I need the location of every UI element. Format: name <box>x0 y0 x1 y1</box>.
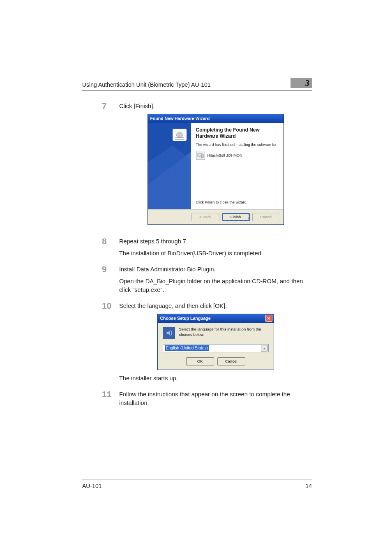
selected-language: English (United States) <box>165 345 209 351</box>
step-text: Repeat steps 5 through 7. <box>119 237 312 246</box>
dialog-prompt: Select the language for this installatio… <box>179 327 269 337</box>
chapter-badge: 3 <box>291 78 312 88</box>
back-button[interactable]: < Back <box>191 213 219 221</box>
step-number: 10 <box>102 301 111 310</box>
language-dialog-screenshot: Choose Setup Language ✕ <box>157 314 274 370</box>
finish-button[interactable]: Finish <box>222 213 250 221</box>
wizard-close-hint: Click Finish to close the wizard. <box>196 200 279 205</box>
wizard-heading: Completing the Found New Hardware Wizard <box>196 127 279 139</box>
step-9: 9 Install Data Administrator Bio Plugin.… <box>82 265 312 298</box>
wizard-subtext: The wizard has finished installing the s… <box>196 142 279 148</box>
hardware-wizard-screenshot: Found New Hardware Wizard <box>148 114 284 225</box>
footer-right: 14 <box>305 483 312 489</box>
step-11: 11 Follow the instructions that appear o… <box>82 390 312 411</box>
wizard-titlebar: Found New Hardware Wizard <box>148 114 284 123</box>
wizard-banner-image <box>148 123 191 209</box>
footer-left: AU-101 <box>82 483 101 489</box>
cancel-button[interactable]: Cancel <box>217 357 245 365</box>
running-title: Using Authentication Unit (Biometric Typ… <box>82 81 211 88</box>
step-7: 7 Click [Finish]. Found New Hardware Wiz… <box>82 102 312 233</box>
chevron-down-icon[interactable]: ▾ <box>261 345 267 352</box>
page-footer: AU-101 14 <box>82 479 312 489</box>
setup-icon <box>163 327 175 339</box>
step-number: 11 <box>102 389 111 399</box>
close-icon[interactable]: ✕ <box>265 315 272 322</box>
svg-rect-5 <box>201 155 203 158</box>
wizard-device-row: HitachiSoft JOHMON <box>196 151 279 160</box>
step-text: Click [Finish]. <box>119 102 312 111</box>
device-icon <box>196 151 205 160</box>
language-select[interactable]: English (United States) ▾ <box>163 344 269 352</box>
dialog-titlebar: Choose Setup Language ✕ <box>158 314 274 323</box>
step-number: 7 <box>102 101 107 111</box>
step-text: The installer starts up. <box>119 374 312 383</box>
steps-list: 7 Click [Finish]. Found New Hardware Wiz… <box>82 102 312 411</box>
wizard-button-row: < Back Finish Cancel <box>148 209 284 224</box>
page-header: Using Authentication Unit (Biometric Typ… <box>82 78 312 90</box>
step-text: Open the DA_Bio_Plugin folder on the app… <box>119 277 312 294</box>
ok-button[interactable]: OK <box>186 357 214 365</box>
step-8: 8 Repeat steps 5 through 7. The installa… <box>82 237 312 261</box>
step-number: 9 <box>102 264 107 274</box>
dialog-button-row: OK Cancel <box>163 357 269 365</box>
cancel-button[interactable]: Cancel <box>252 213 280 221</box>
step-text: Install Data Administrator Bio Plugin. <box>119 265 312 274</box>
page: Using Authentication Unit (Biometric Typ… <box>0 0 392 555</box>
step-text: Select the language, and then click [OK]… <box>119 302 312 310</box>
step-number: 8 <box>102 236 107 246</box>
wizard-device-name: HitachiSoft JOHMON <box>208 153 242 158</box>
step-text: Follow the instructions that appear on t… <box>119 390 312 407</box>
step-text: The installation of BioDriver(USB-Driver… <box>119 249 312 258</box>
step-10: 10 Select the language, and then click [… <box>82 302 312 386</box>
dialog-title: Choose Setup Language <box>160 315 211 321</box>
